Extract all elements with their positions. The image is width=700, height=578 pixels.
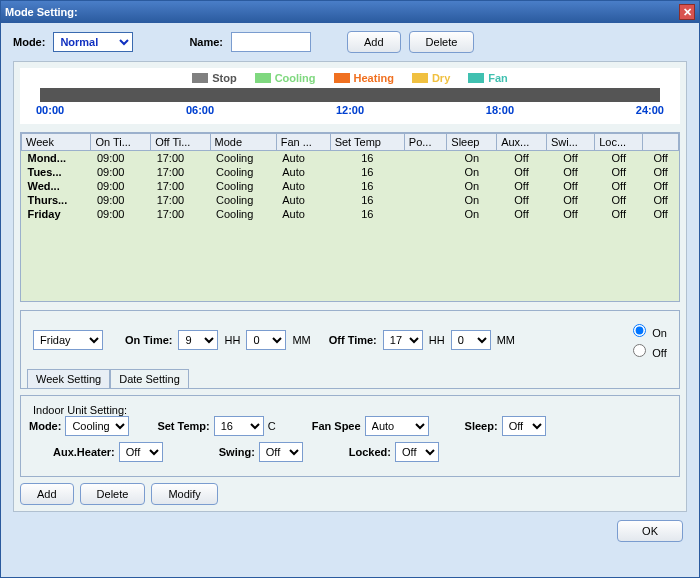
sleep-label: Sleep: — [465, 420, 498, 432]
table-cell: Off — [643, 207, 679, 221]
table-cell: Cooling — [210, 165, 276, 179]
swing-label: Swing: — [219, 446, 255, 458]
column-header[interactable]: Week — [22, 134, 91, 151]
table-cell: On — [447, 193, 497, 207]
table-cell: 17:00 — [151, 179, 210, 193]
column-header[interactable] — [643, 134, 679, 151]
tab-week-setting[interactable]: Week Setting — [27, 369, 110, 388]
table-row[interactable]: Thurs...09:0017:00CoolingAuto16OnOffOffO… — [22, 193, 679, 207]
table-cell: On — [447, 207, 497, 221]
column-header[interactable]: Loc... — [595, 134, 643, 151]
column-header[interactable]: Set Temp — [330, 134, 404, 151]
table-cell: Off — [497, 207, 547, 221]
table-cell: Thurs... — [22, 193, 91, 207]
column-header[interactable]: Mode — [210, 134, 276, 151]
table-cell: Off — [643, 151, 679, 166]
table-row[interactable]: Mond...09:0017:00CoolingAuto16OnOffOffOf… — [22, 151, 679, 166]
settemp-select[interactable]: 16 — [214, 416, 264, 436]
modify-button[interactable]: Modify — [151, 483, 217, 505]
table-cell: On — [447, 151, 497, 166]
tab-date-setting[interactable]: Date Setting — [110, 369, 189, 388]
table-cell: Tues... — [22, 165, 91, 179]
column-header[interactable]: Fan ... — [276, 134, 330, 151]
offtime-label: Off Time: — [329, 334, 377, 346]
table-cell: Off — [546, 165, 594, 179]
settemp-label: Set Temp: — [157, 420, 209, 432]
swing-select[interactable]: Off — [259, 442, 303, 462]
mode-select[interactable]: Normal — [53, 32, 133, 52]
table-cell: Wed... — [22, 179, 91, 193]
table-cell: Off — [595, 179, 643, 193]
day-select[interactable]: Friday — [33, 330, 103, 350]
table-cell: Off — [595, 193, 643, 207]
column-header[interactable]: Sleep — [447, 134, 497, 151]
column-header[interactable]: On Ti... — [91, 134, 151, 151]
table-cell: Friday — [22, 207, 91, 221]
table-cell: Off — [546, 179, 594, 193]
table-cell: 17:00 — [151, 165, 210, 179]
table-cell: 17:00 — [151, 193, 210, 207]
column-header[interactable]: Po... — [404, 134, 446, 151]
timeline-bar — [40, 88, 660, 102]
column-header[interactable]: Aux... — [497, 134, 547, 151]
table-cell — [404, 193, 446, 207]
table-cell: 09:00 — [91, 207, 151, 221]
time-tick: 18:00 — [486, 104, 514, 116]
on-mm-select[interactable]: 0 — [246, 330, 286, 350]
off-mm-select[interactable]: 0 — [451, 330, 491, 350]
table-row[interactable]: Tues...09:0017:00CoolingAuto16OnOffOffOf… — [22, 165, 679, 179]
off-hh-select[interactable]: 17 — [383, 330, 423, 350]
sleep-select[interactable]: Off — [502, 416, 546, 436]
table-cell: Cooling — [210, 193, 276, 207]
table-cell — [404, 179, 446, 193]
delete-schedule-button[interactable]: Delete — [80, 483, 146, 505]
table-cell: Off — [643, 179, 679, 193]
name-input[interactable] — [231, 32, 311, 52]
column-header[interactable]: Swi... — [546, 134, 594, 151]
table-cell: 09:00 — [91, 193, 151, 207]
indoor-mode-select[interactable]: Cooling — [65, 416, 129, 436]
table-cell: Off — [595, 151, 643, 166]
table-cell: Off — [497, 151, 547, 166]
table-cell: Auto — [276, 165, 330, 179]
name-label: Name: — [189, 36, 223, 48]
table-row[interactable]: Friday09:0017:00CoolingAuto16OnOffOffOff… — [22, 207, 679, 221]
legend: StopCoolingHeatingDryFan 00:0006:0012:00… — [20, 68, 680, 124]
table-cell: 09:00 — [91, 179, 151, 193]
fanspeed-select[interactable]: Auto — [365, 416, 429, 436]
add-schedule-button[interactable]: Add — [20, 483, 74, 505]
locked-label: Locked: — [349, 446, 391, 458]
table-cell — [404, 207, 446, 221]
table-cell — [404, 165, 446, 179]
table-cell: Off — [546, 151, 594, 166]
column-header[interactable]: Off Ti... — [151, 134, 210, 151]
delete-button[interactable]: Delete — [409, 31, 475, 53]
hh-label-2: HH — [429, 334, 445, 346]
off-radio[interactable]: Off — [628, 341, 667, 359]
time-tick: 24:00 — [636, 104, 664, 116]
on-radio[interactable]: On — [628, 321, 667, 339]
aux-select[interactable]: Off — [119, 442, 163, 462]
table-cell: Off — [643, 165, 679, 179]
mode-label: Mode: — [13, 36, 45, 48]
legend-item: Fan — [468, 72, 508, 84]
table-cell: 16 — [330, 207, 404, 221]
table-cell: Cooling — [210, 151, 276, 166]
table-row[interactable]: Wed...09:0017:00CoolingAuto16OnOffOffOff… — [22, 179, 679, 193]
table-cell: 17:00 — [151, 207, 210, 221]
on-hh-select[interactable]: 9 — [178, 330, 218, 350]
hh-label: HH — [224, 334, 240, 346]
add-button[interactable]: Add — [347, 31, 401, 53]
close-icon[interactable]: ✕ — [679, 4, 695, 20]
table-cell: 09:00 — [91, 165, 151, 179]
locked-select[interactable]: Off — [395, 442, 439, 462]
time-tick: 00:00 — [36, 104, 64, 116]
ok-button[interactable]: OK — [617, 520, 683, 542]
table-cell: 16 — [330, 151, 404, 166]
table-cell: Off — [497, 193, 547, 207]
table-cell: Cooling — [210, 179, 276, 193]
aux-label: Aux.Heater: — [53, 446, 115, 458]
table-cell: 16 — [330, 179, 404, 193]
time-tick: 06:00 — [186, 104, 214, 116]
celsius-label: C — [268, 420, 276, 432]
